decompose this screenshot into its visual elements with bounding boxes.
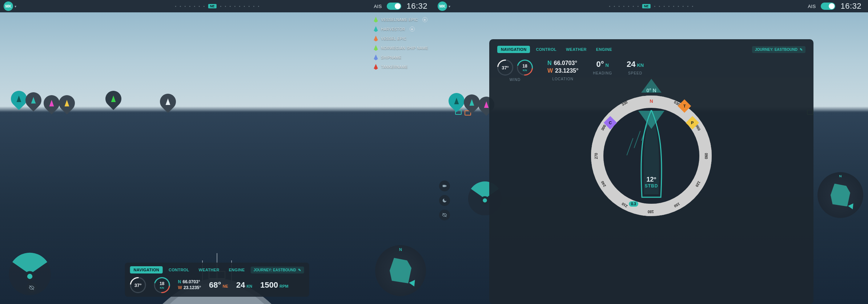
journey-badge[interactable]: JOURNEY: EASTBOUND ✎	[752, 46, 805, 53]
camera-sector-widget[interactable]	[8, 252, 52, 296]
vessel-label: VESSEL EPIC	[381, 37, 406, 41]
nav-panel-expanded: NAVIGATION CONTROL WEATHER ENGINE JOURNE…	[489, 39, 813, 304]
speed-readout: 24KN	[236, 280, 252, 290]
avatar[interactable]: MK	[4, 1, 13, 11]
tab-engine[interactable]: ENGINE	[225, 266, 248, 273]
clock: 16:32	[406, 1, 427, 11]
svg-rect-8	[443, 185, 446, 187]
vessel-label: VESSELNAME EPIC	[381, 18, 418, 22]
wind-dial: 37°	[130, 277, 146, 293]
vessel-list-item[interactable]: VESSEL EPIC	[372, 35, 430, 42]
camera-icon[interactable]	[439, 181, 450, 191]
pin-icon[interactable]	[422, 17, 427, 22]
metric-heading: 0°N HEADING	[593, 60, 612, 75]
chevron-down-icon[interactable]: ▾	[15, 4, 16, 8]
vessel-icon	[374, 36, 378, 41]
vessel-list-item[interactable]: SHIPNAME	[372, 54, 430, 61]
depth-badge: 0.3	[629, 201, 638, 207]
vessel-icon	[374, 17, 378, 23]
minimap[interactable]: N	[375, 245, 426, 296]
compass-rose[interactable]: 0° N N 030 060 090 120 150 180 210 240 2…	[586, 90, 717, 221]
vessel-label: NORWEGIAN SHIP NAME	[381, 46, 428, 50]
vessel-icon	[374, 45, 378, 51]
north-label: N	[399, 247, 402, 252]
north-mark: N	[650, 98, 653, 104]
edit-icon[interactable]: ✎	[298, 268, 301, 272]
ais-label: AIS	[374, 4, 382, 9]
metric-location: N66.0703° W23.1235° LOCATION	[547, 60, 578, 81]
wind-speed-dial: 18KN	[154, 277, 170, 293]
heading-strip: NE	[609, 4, 693, 8]
vessel-list-item[interactable]: HARVESTOR	[372, 25, 430, 33]
ais-toggle[interactable]	[821, 3, 835, 10]
metric-wind: 37° 18KN WIND	[497, 60, 533, 82]
heading-badge: NE	[208, 4, 217, 8]
tab-control[interactable]: CONTROL	[532, 46, 560, 53]
beam-down-icon	[638, 111, 664, 129]
edit-icon[interactable]: ✎	[800, 48, 803, 52]
vessel-icon	[374, 64, 378, 70]
vessel-label: TANKERNAME	[381, 65, 408, 69]
tab-navigation[interactable]: NAVIGATION	[497, 46, 530, 53]
clock: 16:32	[840, 1, 861, 11]
heading-arrow-icon	[848, 202, 856, 209]
chevron-down-icon[interactable]: ▾	[449, 4, 450, 8]
pin-icon[interactable]	[410, 27, 415, 32]
rudder-readout: 12° STBD	[645, 176, 658, 189]
vessel-icon	[374, 26, 378, 32]
heading-badge: NE	[642, 4, 651, 8]
journey-badge[interactable]: JOURNEY: EASTBOUND ✎	[250, 267, 304, 273]
screen-navigation-expanded: MK ▾ NE AIS 16:32	[434, 0, 868, 304]
side-tools	[439, 181, 450, 220]
svg-point-6	[27, 274, 32, 279]
ais-toggle[interactable]	[387, 3, 401, 10]
location-readout: N66.0703° W23.1235°	[178, 279, 201, 291]
vessel-icon	[374, 54, 378, 60]
vessel-list-item[interactable]: TANKERNAME	[372, 63, 430, 70]
tab-weather[interactable]: WEATHER	[195, 266, 223, 273]
temp-readout: 68°NE	[209, 280, 228, 290]
vessel-label: SHIPNAME	[381, 56, 401, 60]
top-bar: MK ▾ NE AIS 16:32	[434, 0, 868, 12]
tab-control[interactable]: CONTROL	[165, 266, 193, 273]
minimap[interactable]: N	[817, 172, 863, 218]
heading-arrow-icon	[409, 278, 418, 286]
avatar[interactable]: MK	[438, 1, 447, 11]
rpm-readout: 1500RPM	[260, 280, 288, 290]
tab-weather[interactable]: WEATHER	[562, 46, 590, 53]
nav-panel-collapsed: NAVIGATION CONTROL WEATHER ENGINE JOURNE…	[125, 263, 309, 297]
vessel-list-item[interactable]: NORWEGIAN SHIP NAME	[372, 44, 430, 52]
top-bar: MK ▾ NE AIS 16:32	[0, 0, 434, 12]
metric-speed: 24KN SPEED	[627, 60, 644, 75]
screen-overview: MK ▾ NE AIS 16:32 VESSELNAME EPICHARVEST…	[0, 0, 434, 304]
vessel-list-item[interactable]: VESSELNAME EPIC	[372, 16, 430, 23]
svg-point-12	[483, 198, 487, 203]
beam-up-icon	[641, 79, 662, 93]
vessel-list: VESSELNAME EPICHARVESTORVESSEL EPICNORWE…	[372, 16, 430, 70]
tab-navigation[interactable]: NAVIGATION	[130, 266, 163, 273]
ais-label: AIS	[808, 4, 816, 9]
eye-off-icon[interactable]	[26, 282, 37, 293]
heading-strip: NE	[175, 4, 259, 8]
eye-off-icon[interactable]	[439, 210, 450, 220]
moon-icon[interactable]	[439, 195, 450, 206]
vessel-label: HARVESTOR	[381, 27, 405, 31]
tab-engine[interactable]: ENGINE	[592, 46, 616, 53]
landmass	[390, 258, 411, 283]
